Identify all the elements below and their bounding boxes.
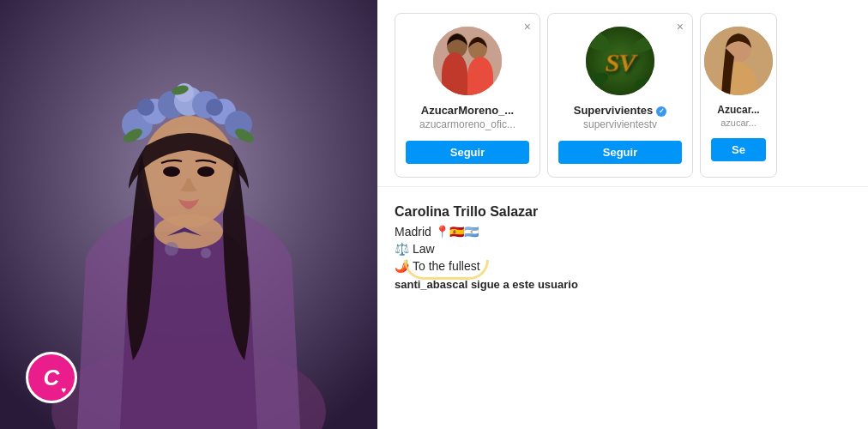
close-button-sv[interactable]: × — [677, 21, 684, 33]
bio-fullest-text: To the fullest — [413, 259, 480, 273]
avatar-third — [704, 27, 773, 95]
svg-point-19 — [165, 242, 178, 256]
svg-point-3 — [142, 116, 236, 227]
account-name-third: Azucar... — [711, 104, 766, 116]
profile-bio-law: ⚖️ Law — [395, 242, 851, 256]
svg-rect-22 — [433, 27, 502, 95]
account-card-sv: × SV — [547, 13, 693, 178]
followed-by-username: santi_abascal — [395, 278, 467, 291]
seguir-button-third[interactable]: Se — [711, 138, 766, 161]
bio-law-text: ⚖️ Law — [395, 242, 435, 256]
c-logo-badge: C ♥ — [26, 352, 77, 403]
followed-by-line: santi_abascal sigue a este usuario — [395, 278, 851, 291]
profile-name: Carolina Trillo Salazar — [395, 204, 851, 220]
account-name-azucar: AzucarMoreno_... — [406, 104, 529, 117]
svg-point-20 — [201, 248, 211, 258]
c-heart-icon: ♥ — [61, 385, 66, 395]
account-name-sv: Supervivientes — [574, 104, 654, 117]
svg-point-17 — [163, 166, 180, 177]
account-name-sv-wrapper: Supervivientes ✓ — [574, 104, 667, 118]
right-panel: × Azucar — [377, 0, 868, 429]
account-card-azucar: × Azucar — [395, 13, 540, 178]
svg-text:SV: SV — [606, 48, 639, 76]
account-card-third: Azucar... azucar... Se — [700, 13, 777, 178]
profile-location: Madrid 📍🇪🇸🇦🇷 — [395, 225, 851, 239]
svg-point-18 — [197, 166, 214, 177]
avatar-sv: SV — [586, 27, 654, 95]
account-handle-third: azucar... — [711, 118, 766, 128]
seguir-button-sv[interactable]: Seguir — [558, 141, 682, 164]
followed-by-suffix: sigue a este usuario — [467, 278, 578, 291]
seguir-button-azucar[interactable]: Seguir — [406, 141, 529, 164]
profile-bio-fullest: 🌶️ To the fullest — [395, 259, 851, 273]
avatar-azucar — [433, 27, 502, 95]
profile-info-section: Carolina Trillo Salazar Madrid 📍🇪🇸🇦🇷 ⚖️ … — [377, 187, 868, 429]
c-logo-letter: C ♥ — [44, 365, 60, 391]
account-handle-sv: supervivientestv — [558, 118, 682, 130]
suggested-accounts-row: × Azucar — [377, 0, 868, 187]
close-button-azucar[interactable]: × — [524, 21, 531, 33]
account-handle-azucar: azucarmoreno_ofic... — [406, 118, 529, 130]
svg-point-12 — [206, 99, 223, 116]
svg-point-11 — [137, 99, 154, 116]
verified-badge-sv: ✓ — [656, 106, 666, 117]
profile-photo-section: C ♥ — [0, 0, 377, 429]
